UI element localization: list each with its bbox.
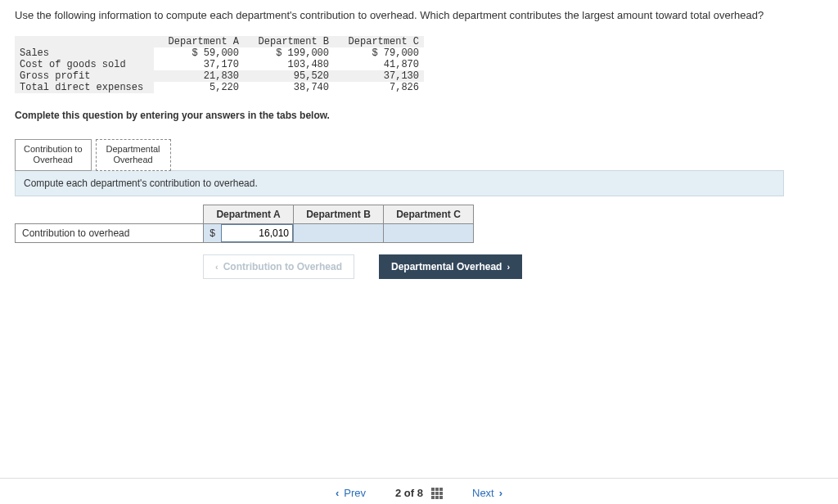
prev-section-button[interactable]: ‹ Contribution to Overhead <box>203 254 354 279</box>
instruction-text: Complete this question by entering your … <box>15 110 823 121</box>
row-gp-b: 95,520 <box>244 70 334 82</box>
answer-col-b: Department B <box>294 205 384 223</box>
currency-symbol: $ <box>204 225 222 241</box>
footer-next-label: Next <box>472 487 494 499</box>
page-indicator: 2 of 8 <box>395 487 443 499</box>
footer-prev-label: Prev <box>344 487 366 499</box>
answer-cell-a[interactable]: $ <box>204 223 294 242</box>
row-tde-label: Total direct expenses <box>15 82 154 93</box>
row-sales-b: $ 199,000 <box>244 47 334 59</box>
tabs-row: Contribution to Overhead Departmental Ov… <box>15 139 823 170</box>
chevron-right-icon: › <box>507 262 510 272</box>
row-gp-a: 21,830 <box>154 70 244 82</box>
row-gp-label: Gross profit <box>15 70 154 82</box>
row-cogs-c: 41,870 <box>334 59 424 70</box>
answer-cell-b[interactable] <box>294 223 384 242</box>
page-current: 2 <box>395 487 401 499</box>
tab-label-line1: Contribution to <box>24 144 83 155</box>
chevron-left-icon: ‹ <box>215 262 219 272</box>
tab-label-line1: Departmental <box>105 144 162 155</box>
col-header-c: Department C <box>334 36 424 47</box>
footer-next-button[interactable]: Next › <box>472 487 502 499</box>
row-tde-c: 7,826 <box>334 82 424 93</box>
row-cogs-a: 37,170 <box>154 59 244 70</box>
subprompt-text: Compute each department's contribution t… <box>15 170 784 196</box>
answer-col-a: Department A <box>204 205 294 223</box>
answer-input-a[interactable] <box>222 225 292 241</box>
data-table: Department A Department B Department C S… <box>15 36 424 93</box>
next-section-button[interactable]: Departmental Overhead › <box>379 254 522 279</box>
row-cogs-label: Cost of goods sold <box>15 59 154 70</box>
col-header-a: Department A <box>154 36 244 47</box>
tab-label-line2: Overhead <box>105 155 162 165</box>
next-section-label: Departmental Overhead <box>391 261 502 272</box>
row-tde-b: 38,740 <box>244 82 334 93</box>
col-header-b: Department B <box>244 36 334 47</box>
page-total: 8 <box>417 487 423 499</box>
tab-contribution-overhead[interactable]: Contribution to Overhead <box>15 139 92 170</box>
row-tde-a: 5,220 <box>154 82 244 93</box>
row-cogs-b: 103,480 <box>244 59 334 70</box>
question-text: Use the following information to compute… <box>15 8 800 23</box>
answer-cell-c[interactable] <box>384 223 474 242</box>
answer-col-c: Department C <box>384 205 474 223</box>
answer-row-label: Contribution to overhead <box>16 223 204 242</box>
answer-table: Department A Department B Department C C… <box>15 205 474 243</box>
chevron-right-icon: › <box>499 487 502 499</box>
footer-prev-button[interactable]: ‹ Prev <box>336 487 366 499</box>
prev-section-label: Contribution to Overhead <box>223 261 342 272</box>
page-of: of <box>404 487 414 499</box>
footer-nav: ‹ Prev 2 of 8 Next › <box>0 478 838 499</box>
row-sales-c: $ 79,000 <box>334 47 424 59</box>
tab-label-line2: Overhead <box>24 155 83 165</box>
grid-icon[interactable] <box>431 488 443 499</box>
tab-departmental-overhead[interactable]: Departmental Overhead <box>96 139 171 170</box>
row-gp-c: 37,130 <box>334 70 424 82</box>
inner-nav: ‹ Contribution to Overhead Departmental … <box>203 254 823 279</box>
row-sales-label: Sales <box>15 47 154 59</box>
row-sales-a: $ 59,000 <box>154 47 244 59</box>
chevron-left-icon: ‹ <box>336 487 339 499</box>
